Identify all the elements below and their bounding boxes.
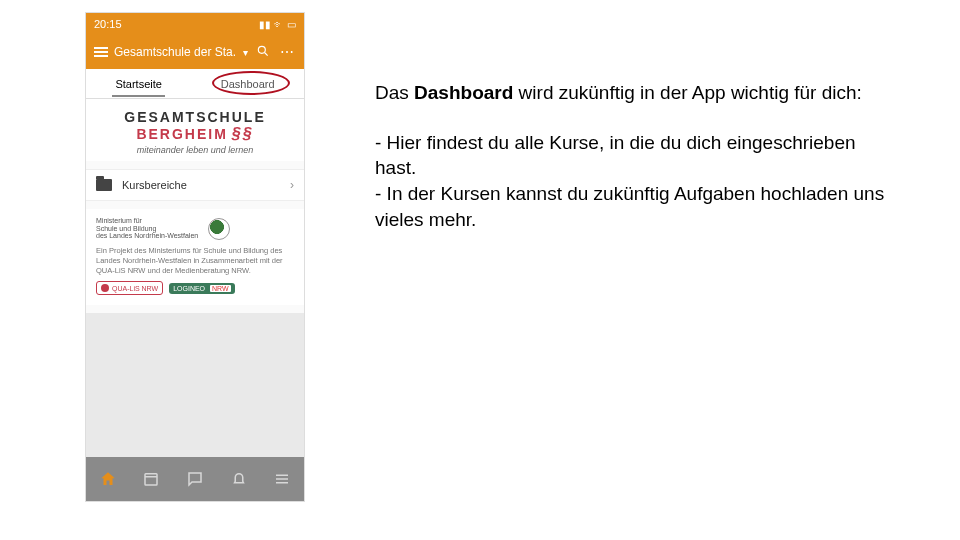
- bottom-nav: [86, 457, 304, 501]
- qualis-label: QUA-LiS NRW: [112, 285, 158, 292]
- status-time: 20:15: [94, 18, 122, 30]
- school-name-line1: GESAMTSCHULE: [94, 109, 296, 125]
- chat-icon: [186, 470, 204, 488]
- school-name-line2: BERGHEIM §§: [136, 125, 253, 143]
- folder-icon: [96, 179, 112, 191]
- p1-bold: Dashboard: [414, 82, 513, 103]
- home-icon: [99, 470, 117, 488]
- ministry-line2: Schule und Bildung: [96, 225, 198, 233]
- nav-chat[interactable]: [183, 467, 207, 491]
- tab-bar: Startseite Dashboard: [86, 69, 304, 99]
- school-header: GESAMTSCHULE BERGHEIM §§ miteinander leb…: [86, 99, 304, 161]
- nrw-coat-icon: [208, 218, 230, 240]
- bullet-2: - In der Kursen kannst du zukünftig Aufg…: [375, 183, 884, 230]
- search-icon[interactable]: [254, 44, 272, 61]
- menu-icon: [273, 470, 291, 488]
- logineo-logo: LOGINEO NRW: [169, 283, 235, 294]
- logineo-nrw: NRW: [210, 285, 231, 292]
- p1-post: wird zukünftig in der App wichtig für di…: [513, 82, 862, 103]
- empty-area: [86, 313, 304, 457]
- ministry-paragraph: Ein Projekt des Ministeriums für Schule …: [96, 246, 294, 275]
- logineo-label: LOGINEO: [173, 285, 205, 292]
- explanation-text: Das Dashboard wird zukünftig in der App …: [375, 80, 895, 256]
- bell-icon: [230, 470, 248, 488]
- explain-p1: Das Dashboard wird zukünftig in der App …: [375, 80, 895, 106]
- tab-dashboard[interactable]: Dashboard: [211, 72, 285, 96]
- battery-icon: ▭: [287, 19, 296, 30]
- wifi-icon: ᯤ: [274, 19, 284, 30]
- svg-rect-2: [145, 474, 157, 485]
- nav-menu[interactable]: [270, 467, 294, 491]
- tab-label: Startseite: [115, 78, 161, 90]
- more-icon[interactable]: ⋯: [278, 44, 296, 60]
- hamburger-icon[interactable]: [94, 47, 108, 57]
- app-bar: Gesamtschule der Sta... ▾ ⋯: [86, 35, 304, 69]
- status-bar: 20:15 ▮▮ ᯤ ▭: [86, 13, 304, 35]
- kursbereiche-row[interactable]: Kursbereiche ›: [86, 169, 304, 201]
- calendar-icon: [142, 470, 160, 488]
- tab-label: Dashboard: [221, 78, 275, 90]
- signal-icon: ▮▮: [259, 19, 271, 30]
- svg-line-1: [265, 52, 268, 55]
- explain-bullets: - Hier findest du alle Kurse, in die du …: [375, 130, 895, 233]
- nav-home[interactable]: [96, 467, 120, 491]
- svg-point-0: [258, 46, 265, 53]
- app-title: Gesamtschule der Sta...: [114, 45, 237, 59]
- partner-logos: QUA-LiS NRW LOGINEO NRW: [96, 281, 294, 295]
- school-swoosh-icon: §§: [232, 125, 254, 143]
- p1-pre: Das: [375, 82, 414, 103]
- chevron-right-icon: ›: [290, 178, 294, 192]
- status-icons: ▮▮ ᯤ ▭: [259, 19, 296, 30]
- nav-notifications[interactable]: [227, 467, 251, 491]
- nav-calendar[interactable]: [139, 467, 163, 491]
- ministry-name: Ministerium für Schule und Bildung des L…: [96, 217, 198, 240]
- kursbereiche-label: Kursbereiche: [122, 179, 187, 191]
- chevron-down-icon[interactable]: ▾: [243, 47, 248, 58]
- phone-screenshot: 20:15 ▮▮ ᯤ ▭ Gesamtschule der Sta... ▾ ⋯…: [85, 12, 305, 502]
- tab-startseite[interactable]: Startseite: [105, 72, 171, 96]
- school-name-line2-text: BERGHEIM: [136, 126, 227, 142]
- ministry-block: Ministerium für Schule und Bildung des L…: [86, 209, 304, 305]
- bullet-1: - Hier findest du alle Kurse, in die du …: [375, 132, 856, 179]
- qualis-logo: QUA-LiS NRW: [96, 281, 163, 295]
- school-tagline: miteinander leben und lernen: [94, 145, 296, 155]
- ministry-line3: des Landes Nordrhein-Westfalen: [96, 232, 198, 240]
- ministry-header: Ministerium für Schule und Bildung des L…: [96, 217, 294, 240]
- content-area: GESAMTSCHULE BERGHEIM §§ miteinander leb…: [86, 99, 304, 457]
- ministry-line1: Ministerium für: [96, 217, 198, 225]
